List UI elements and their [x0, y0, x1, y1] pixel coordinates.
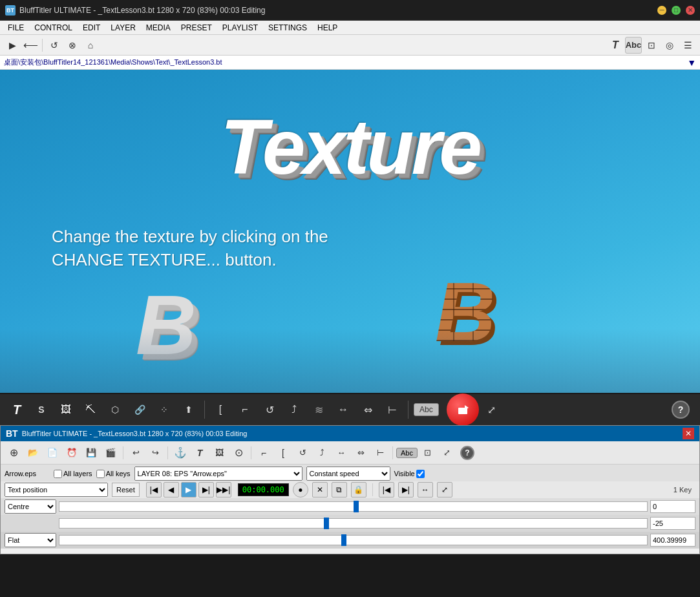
tool-mirror[interactable]: ⇔ — [356, 398, 379, 421]
menu-file[interactable]: FILE — [3, 21, 29, 34]
sec-undo-btn[interactable]: ↩ — [127, 444, 145, 462]
all-layers-checkbox[interactable] — [54, 470, 62, 478]
menu-preset[interactable]: PRESET — [176, 21, 217, 34]
sec-add-btn[interactable]: ⊕ — [5, 444, 23, 462]
tool-wave[interactable]: ≋ — [307, 398, 330, 421]
menu-settings[interactable]: SETTINGS — [263, 21, 312, 34]
refresh-button[interactable]: ↺ — [46, 37, 63, 54]
speed-selector[interactable]: Constant speed — [306, 466, 390, 481]
sec-img-btn[interactable]: 🖼 — [210, 444, 228, 462]
sec-rot2-btn[interactable]: ⤴ — [313, 444, 331, 462]
sec-text-btn[interactable]: T — [191, 444, 209, 462]
key-del-btn[interactable]: ✕ — [312, 482, 328, 498]
sec-render-btn[interactable]: 🎬 — [101, 444, 120, 462]
sec-redo-btn[interactable]: ↪ — [146, 444, 164, 462]
path-dropdown[interactable]: ▼ — [687, 58, 696, 68]
property-selector[interactable]: Text position — [5, 483, 108, 497]
transport-start[interactable]: |◀ — [146, 482, 162, 498]
window-controls: ─ □ ✕ — [657, 6, 695, 15]
sec-bk-btn[interactable]: ⌐ — [255, 444, 273, 462]
slider-thumb-1[interactable] — [354, 501, 359, 512]
sec-dot-btn[interactable]: ⊙ — [229, 444, 248, 462]
key-next-btn[interactable]: ▶| — [398, 482, 414, 498]
text-icon-button[interactable]: T — [607, 37, 624, 54]
tool-rotate-ccw[interactable]: ↺ — [258, 398, 281, 421]
sec-help-btn[interactable]: ? — [460, 446, 474, 460]
record-button[interactable] — [447, 393, 479, 426]
sec-copy-btn[interactable]: 📄 — [43, 444, 61, 462]
tool-box[interactable]: ⬡ — [103, 398, 127, 421]
abc-button[interactable]: Abc — [625, 37, 642, 54]
stop-button[interactable]: ⊗ — [64, 37, 81, 54]
sec-al-btn[interactable]: ⊢ — [371, 444, 389, 462]
key-stretch-btn[interactable]: ↔ — [418, 482, 433, 498]
sec-xf-btn[interactable]: ↔ — [332, 444, 350, 462]
sec-abc-btn[interactable]: Abc — [396, 448, 418, 458]
slider-3[interactable] — [59, 535, 648, 545]
tool-image[interactable]: 🖼 — [54, 398, 78, 421]
sec-bk2-btn[interactable]: [ — [274, 444, 292, 462]
key-add-btn[interactable]: ● — [293, 482, 308, 498]
slider-thumb-3[interactable] — [341, 534, 346, 546]
key-prev-btn[interactable]: |◀ — [379, 482, 394, 498]
tool-export[interactable]: ⬆ — [177, 398, 200, 421]
play-button[interactable]: ▶ — [4, 37, 21, 54]
menu-playlist[interactable]: PLAYLIST — [217, 21, 263, 34]
flat-selector[interactable]: Flat — [5, 533, 56, 547]
tool-text[interactable]: T — [5, 398, 28, 421]
layer-selector[interactable]: LAYER 08: EPS "Arrow.eps" — [134, 466, 302, 481]
tool-link[interactable]: 🔗 — [128, 398, 151, 421]
tool-sep-1 — [204, 401, 205, 419]
menu-control[interactable]: CONTROL — [29, 21, 78, 34]
slider-2[interactable] — [59, 518, 648, 529]
sec-anchor-btn[interactable]: ⚓ — [171, 444, 189, 462]
tool-bracket1[interactable]: [ — [209, 398, 232, 421]
value-input-1[interactable] — [650, 500, 695, 513]
align-selector[interactable]: Centre — [5, 499, 56, 514]
secondary-close-btn[interactable]: ✕ — [683, 428, 694, 439]
expand-btn[interactable]: ⤢ — [480, 398, 504, 421]
transport-prev[interactable]: ◀ — [164, 482, 179, 498]
grid-button[interactable]: ⊡ — [643, 37, 660, 54]
menu-help[interactable]: HELP — [312, 21, 343, 34]
close-button[interactable]: ✕ — [686, 6, 695, 15]
tool-particles[interactable]: ⁘ — [153, 398, 176, 421]
menu-edit[interactable]: EDIT — [78, 21, 105, 34]
key-copy-btn[interactable]: ⧉ — [332, 482, 347, 498]
help-button[interactable]: ? — [672, 401, 690, 419]
reset-button[interactable]: Reset — [112, 483, 140, 497]
target-button[interactable]: ◎ — [661, 37, 678, 54]
sec-open-btn[interactable]: 📂 — [24, 444, 42, 462]
sec-expand-btn[interactable]: ⤢ — [438, 444, 456, 462]
slider-thumb-2[interactable] — [324, 518, 329, 529]
abc-tool-btn[interactable]: Abc — [414, 403, 439, 416]
value-input-3[interactable] — [650, 534, 695, 547]
key-lock-btn[interactable]: 🔒 — [351, 482, 366, 498]
tool-style[interactable]: S — [30, 398, 53, 421]
transport-play[interactable]: ▶ — [181, 482, 196, 498]
sec-mir-btn[interactable]: ⇔ — [352, 444, 370, 462]
sec-save-btn[interactable]: 💾 — [82, 444, 100, 462]
tool-xflip[interactable]: ↔ — [332, 398, 355, 421]
back-button[interactable]: ⟵ — [22, 37, 39, 54]
transport-end[interactable]: ▶▶| — [216, 482, 231, 498]
value-input-2[interactable] — [650, 517, 695, 530]
menu-button[interactable]: ☰ — [679, 37, 696, 54]
maximize-button[interactable]: □ — [672, 6, 681, 15]
key-expand-btn[interactable]: ⤢ — [437, 482, 452, 498]
tool-rotate-up[interactable]: ⤴ — [282, 398, 306, 421]
menu-layer[interactable]: LAYER — [105, 21, 140, 34]
menu-media[interactable]: MEDIA — [141, 21, 176, 34]
sec-rot1-btn[interactable]: ↺ — [293, 444, 312, 462]
tool-align[interactable]: ⊢ — [381, 398, 404, 421]
transport-next[interactable]: ▶| — [198, 482, 214, 498]
tool-pick[interactable]: ⛏ — [79, 398, 102, 421]
home-button[interactable]: ⌂ — [82, 37, 99, 54]
tool-bracket2[interactable]: ⌐ — [233, 398, 257, 421]
sec-time-btn[interactable]: ⏰ — [63, 444, 81, 462]
slider-1[interactable] — [59, 501, 648, 512]
all-keys-checkbox[interactable] — [96, 470, 105, 478]
sec-grid-btn[interactable]: ⊡ — [419, 444, 437, 462]
minimize-button[interactable]: ─ — [657, 6, 666, 15]
visible-checkbox[interactable] — [416, 470, 425, 478]
